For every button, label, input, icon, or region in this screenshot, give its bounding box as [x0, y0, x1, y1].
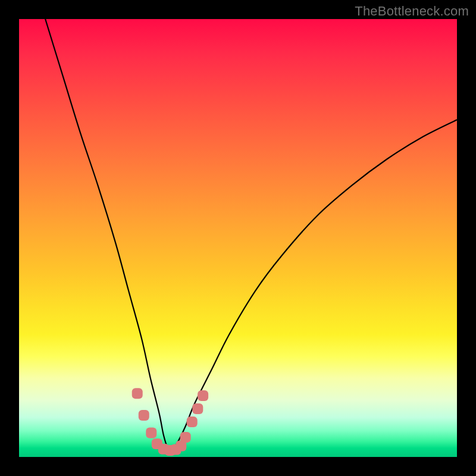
watermark-text: TheBottleneck.com — [355, 4, 469, 19]
chart-frame: TheBottleneck.com — [0, 0, 476, 476]
sample-marker — [139, 410, 149, 421]
sample-marker — [198, 390, 208, 401]
sample-marker — [132, 388, 143, 399]
sample-marker — [180, 432, 191, 443]
plot-area — [19, 19, 457, 457]
sample-marker — [192, 403, 203, 414]
bottleneck-curve — [45, 19, 457, 449]
chart-svg — [19, 19, 457, 457]
sample-marker — [187, 416, 198, 427]
sample-marker — [146, 428, 156, 439]
